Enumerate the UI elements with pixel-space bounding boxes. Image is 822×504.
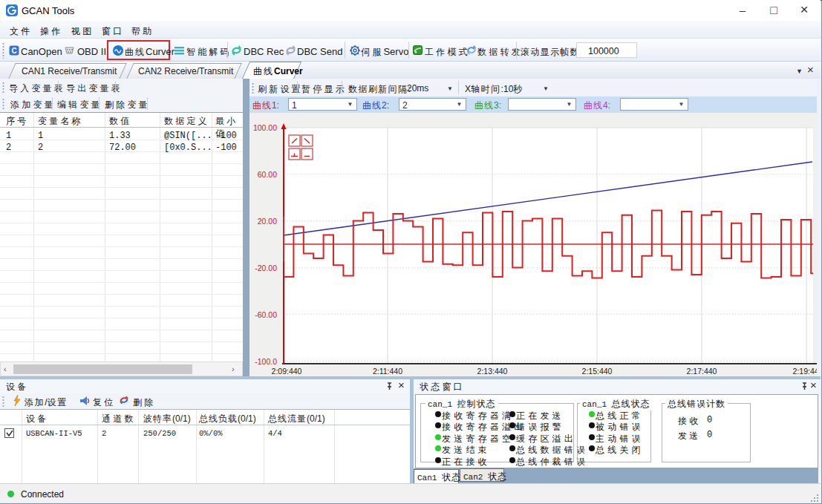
svg-text:60.00: 60.00 <box>258 170 277 179</box>
svg-text:20.00: 20.00 <box>258 217 277 226</box>
svg-text:2:11:440: 2:11:440 <box>373 367 402 376</box>
svg-text:-100.0: -100.0 <box>255 357 277 366</box>
svg-text:2:19:440: 2:19:440 <box>793 367 817 376</box>
svg-text:100.00: 100.00 <box>253 123 277 132</box>
svg-text:C: C <box>11 47 16 55</box>
svg-text:-60.00: -60.00 <box>255 310 277 319</box>
svg-text:2:13:440: 2:13:440 <box>477 367 508 376</box>
svg-text:2:15:440: 2:15:440 <box>582 367 613 376</box>
svg-text:-20.00: -20.00 <box>255 264 277 272</box>
svg-text:2:09:440: 2:09:440 <box>272 367 302 376</box>
svg-text:2:17:440: 2:17:440 <box>687 367 717 376</box>
